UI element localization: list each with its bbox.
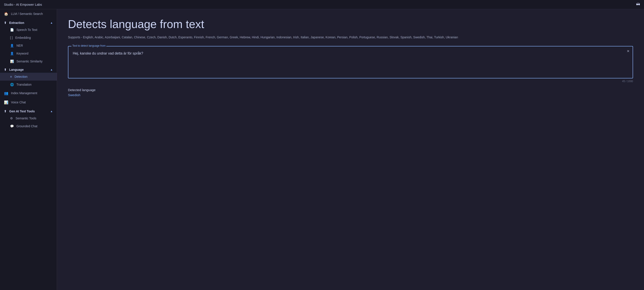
page-title: Detects language from text (68, 18, 633, 30)
index-management-icon: 👥 (4, 91, 8, 95)
language-chevron-icon: ▲ (50, 68, 53, 71)
sidebar-item-voice-chat[interactable]: 📊 Voice Chat (0, 98, 57, 107)
sidebar-item-ner[interactable]: 👤 NER (0, 42, 57, 49)
sidebar-item-translation[interactable]: 🌐 Translation (0, 81, 57, 88)
keyword-icon: 👤 (10, 52, 14, 55)
keyword-label: Keyword (16, 52, 28, 55)
speech-label: Speech To Text (16, 28, 37, 31)
page-subtitle: Supports - English, Arabic, Azerbaijani,… (68, 35, 633, 40)
clear-button[interactable]: ✕ (627, 49, 630, 53)
gen-ai-chevron-icon: ▲ (50, 110, 53, 113)
text-detection-input[interactable] (68, 46, 632, 77)
embedding-icon: [ ] (10, 36, 13, 39)
detection-icon: ≡ (10, 75, 12, 78)
index-management-label: Index Management (11, 91, 37, 95)
sidebar-item-grounded-chat[interactable]: 💬 Grounded Chat (0, 122, 57, 130)
sidebar-section-language[interactable]: ⬆ Language ▲ (0, 65, 57, 73)
app-title: Studio - AI Empower Labs (4, 3, 42, 6)
language-label: Language (9, 68, 24, 71)
sidebar-item-semantic-similarity[interactable]: 📊 Semantic Similarity (0, 57, 57, 65)
semantic-tools-label: Semantic Tools (16, 117, 36, 120)
text-input-container: Text to detect language from ✕ (68, 46, 633, 78)
home-icon: 🏠 (4, 11, 8, 16)
sidebar-item-semantic-tools[interactable]: ⚙ Semantic Tools (0, 114, 57, 122)
topbar-glasses-icon: 🕶 (636, 2, 640, 7)
char-count: 45 / 1000 (68, 80, 633, 83)
sidebar-section-gen-ai[interactable]: ⬆ Gen AI Test Tools ▲ (0, 107, 57, 114)
sidebar-item-detection[interactable]: ≡ Detection (0, 73, 57, 81)
translation-label: Translation (16, 83, 32, 86)
sidebar-item-speech-to-text[interactable]: 📄 Speech To Text (0, 26, 57, 34)
embedding-label: Embedding (15, 36, 31, 39)
sidebar-item-index-management[interactable]: 👥 Index Management (0, 88, 57, 98)
extraction-label: Extraction (9, 21, 24, 24)
speech-icon: 📄 (10, 28, 14, 31)
main-content: Detects language from text Supports - En… (57, 9, 644, 290)
detection-label: Detection (14, 75, 28, 78)
sidebar-section-extraction[interactable]: ⬆ Extraction ▲ (0, 18, 57, 26)
sidebar-item-embedding[interactable]: [ ] Embedding (0, 34, 57, 42)
language-icon: ⬆ (4, 68, 6, 71)
ner-label: NER (16, 44, 23, 47)
layout: 🏠 LLM / Semantic Search ⬆ Extraction ▲ 📄… (0, 9, 644, 290)
semantic-similarity-icon: 📊 (10, 60, 14, 63)
sidebar-item-label: LLM / Semantic Search (11, 12, 43, 15)
extraction-chevron-icon: ▲ (50, 21, 53, 24)
sidebar-item-llm-semantic-search[interactable]: 🏠 LLM / Semantic Search (0, 9, 57, 18)
extraction-icon: ⬆ (4, 21, 6, 24)
voice-chat-label: Voice Chat (11, 100, 26, 104)
ner-icon: 👤 (10, 44, 14, 47)
sidebar-item-keyword[interactable]: 👤 Keyword (0, 49, 57, 57)
semantic-similarity-label: Semantic Similarity (16, 60, 42, 63)
input-label: Text to detect language from (72, 44, 106, 47)
semantic-tools-icon: ⚙ (10, 117, 13, 120)
grounded-chat-label: Grounded Chat (16, 124, 38, 128)
voice-chat-icon: 📊 (4, 100, 8, 104)
sidebar: 🏠 LLM / Semantic Search ⬆ Extraction ▲ 📄… (0, 9, 57, 290)
detected-language-label: Detected language (68, 88, 633, 92)
grounded-chat-icon: 💬 (10, 124, 14, 128)
translation-icon: 🌐 (10, 83, 14, 86)
detected-language-value: Swedish (68, 93, 633, 97)
topbar: Studio - AI Empower Labs 🕶 (0, 0, 644, 9)
gen-ai-icon: ⬆ (4, 109, 6, 113)
gen-ai-label: Gen AI Test Tools (9, 109, 35, 113)
